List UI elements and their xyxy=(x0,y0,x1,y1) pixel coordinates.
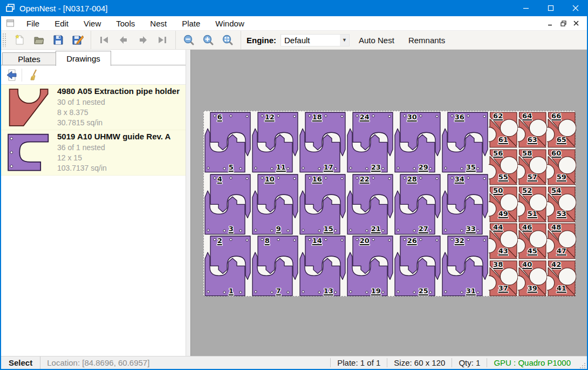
previous-plate-icon xyxy=(118,34,129,46)
first-plate-button[interactable] xyxy=(94,32,114,48)
nest-pair-41-42[interactable]: 4241 xyxy=(547,260,576,297)
minimize-button[interactable] xyxy=(514,0,538,16)
engine-select[interactable]: Default ▼ xyxy=(281,34,350,46)
nest-pair-5-6[interactable]: 65 xyxy=(204,111,251,173)
plate[interactable]: 6512111817242330293635431091615222128273… xyxy=(203,111,576,297)
nest-pair-29-30[interactable]: 3029 xyxy=(394,111,441,173)
nest-pair-55-56[interactable]: 5655 xyxy=(489,149,518,186)
nest-pair-37-38[interactable]: 3837 xyxy=(489,260,518,297)
last-plate-button[interactable] xyxy=(153,32,172,48)
nest-pair-43-44[interactable]: 4443 xyxy=(489,223,518,260)
nest-pair-59-60[interactable]: 6059 xyxy=(547,149,576,186)
nest-canvas[interactable]: 6512111817242330293635431091615222128273… xyxy=(190,50,587,356)
nest-pair-19-20[interactable]: 2019 xyxy=(346,235,394,297)
nest-pair-1-2[interactable]: 21 xyxy=(204,235,251,297)
nest-pair-33-34[interactable]: 3433 xyxy=(441,173,489,236)
nest-pair-27-28[interactable]: 2827 xyxy=(394,173,441,236)
zoom-in-button[interactable] xyxy=(199,32,218,48)
part-number: 34 xyxy=(455,176,464,183)
drawing-nested-count: 30 of 1 nested xyxy=(57,97,182,107)
close-button[interactable] xyxy=(563,0,588,16)
status-gpu: GPU : Quadro P1000 xyxy=(487,358,577,367)
drawing-nested-count: 36 of 1 nested xyxy=(57,143,182,153)
sidebar-scrollbar[interactable] xyxy=(186,50,190,356)
part-number: 53 xyxy=(557,210,566,217)
nest-pair-61-62[interactable]: 6261 xyxy=(489,111,518,149)
new-file-button[interactable] xyxy=(10,32,29,48)
nest-pair-17-18[interactable]: 1817 xyxy=(299,111,346,173)
open-file-button[interactable] xyxy=(29,32,49,48)
part-number: 22 xyxy=(360,176,370,183)
status-qty: Qty: 1 xyxy=(452,358,487,367)
part-number: 41 xyxy=(557,285,566,292)
nest-pair-49-50[interactable]: 5049 xyxy=(489,186,518,223)
part-number: 55 xyxy=(498,173,508,180)
import-drawings-button[interactable] xyxy=(4,68,19,83)
tab-plates[interactable]: Plates xyxy=(2,52,56,65)
nest-pair-23-24[interactable]: 2423 xyxy=(346,111,394,173)
menu-file[interactable]: File xyxy=(19,17,47,30)
auto-nest-button[interactable]: Auto Nest xyxy=(354,33,399,47)
nest-pair-9-10[interactable]: 109 xyxy=(251,173,299,236)
menu-view[interactable]: View xyxy=(76,17,108,30)
nest-pair-53-54[interactable]: 5453 xyxy=(547,186,576,223)
nest-pair-25-26[interactable]: 2625 xyxy=(394,235,441,297)
part-number: 17 xyxy=(324,164,333,171)
nest-pair-3-4[interactable]: 43 xyxy=(204,173,251,236)
menu-nest[interactable]: Nest xyxy=(142,17,174,30)
nest-pair-63-64[interactable]: 6463 xyxy=(518,111,547,149)
next-plate-button[interactable] xyxy=(133,32,153,48)
part-number: 30 xyxy=(407,113,417,120)
zoom-fit-button[interactable] xyxy=(218,32,237,48)
part-number: 2 xyxy=(217,237,222,244)
nest-pair-21-22[interactable]: 2221 xyxy=(346,173,394,236)
part-number: 37 xyxy=(498,285,508,292)
resize-grip[interactable] xyxy=(579,362,586,369)
minimize-icon xyxy=(523,5,529,11)
mdi-restore-icon xyxy=(560,21,566,26)
menu-plate[interactable]: Plate xyxy=(174,17,208,30)
zoom-out-icon xyxy=(183,34,195,46)
remnants-button[interactable]: Remnants xyxy=(404,33,450,47)
nest-pair-47-48[interactable]: 4847 xyxy=(547,223,576,260)
list-item-drawing-1[interactable]: 4980 A05 Extraction pipe holder 30 of 1 … xyxy=(1,85,186,130)
part-number: 42 xyxy=(551,261,561,268)
clear-drawings-button[interactable] xyxy=(28,68,43,83)
nest-pair-15-16[interactable]: 1615 xyxy=(299,173,346,236)
list-item-drawing-2[interactable]: 5019 A10 UHMW guide Rev. A 36 of 1 neste… xyxy=(1,130,186,176)
nest-pair-65-66[interactable]: 6665 xyxy=(547,111,576,149)
save-as-file-icon xyxy=(72,34,84,46)
nest-pair-57-58[interactable]: 5857 xyxy=(518,149,547,186)
part-number: 18 xyxy=(312,113,322,120)
toolbar-grip[interactable] xyxy=(2,33,6,47)
drawings-list: 4980 A05 Extraction pipe holder 30 of 1 … xyxy=(1,84,186,356)
save-as-file-button[interactable] xyxy=(68,32,87,48)
zoom-out-button[interactable] xyxy=(179,32,199,48)
menu-tools[interactable]: Tools xyxy=(108,17,142,30)
nest-pair-7-8[interactable]: 87 xyxy=(251,235,299,297)
tab-drawings[interactable]: Drawings xyxy=(56,51,111,66)
mdi-minimize-button[interactable] xyxy=(544,18,557,29)
nest-pair-35-36[interactable]: 3635 xyxy=(441,111,489,173)
nest-pair-11-12[interactable]: 1211 xyxy=(251,111,299,173)
part-number: 39 xyxy=(528,285,537,292)
menu-window[interactable]: Window xyxy=(208,17,251,30)
nest-pair-31-32[interactable]: 3231 xyxy=(441,235,489,297)
maximize-button[interactable] xyxy=(538,0,563,16)
menu-edit[interactable]: Edit xyxy=(47,17,76,30)
nest-pair-51-52[interactable]: 5251 xyxy=(518,186,547,223)
previous-plate-button[interactable] xyxy=(114,32,133,48)
nest-pair-45-46[interactable]: 4645 xyxy=(518,223,547,260)
save-file-button[interactable] xyxy=(49,32,68,48)
nest-pair-13-14[interactable]: 1413 xyxy=(299,235,346,297)
last-plate-icon xyxy=(156,34,168,46)
mdi-close-button[interactable] xyxy=(570,18,583,29)
chevron-down-icon: ▼ xyxy=(340,35,349,46)
part-number: 44 xyxy=(493,224,503,231)
part-number: 26 xyxy=(407,237,417,244)
drawing-thumbnail xyxy=(1,132,57,173)
mdi-restore-button[interactable] xyxy=(557,18,570,29)
part-number: 19 xyxy=(371,287,381,294)
nest-pair-39-40[interactable]: 4039 xyxy=(518,260,547,297)
drawing-thumbnail xyxy=(1,86,57,129)
